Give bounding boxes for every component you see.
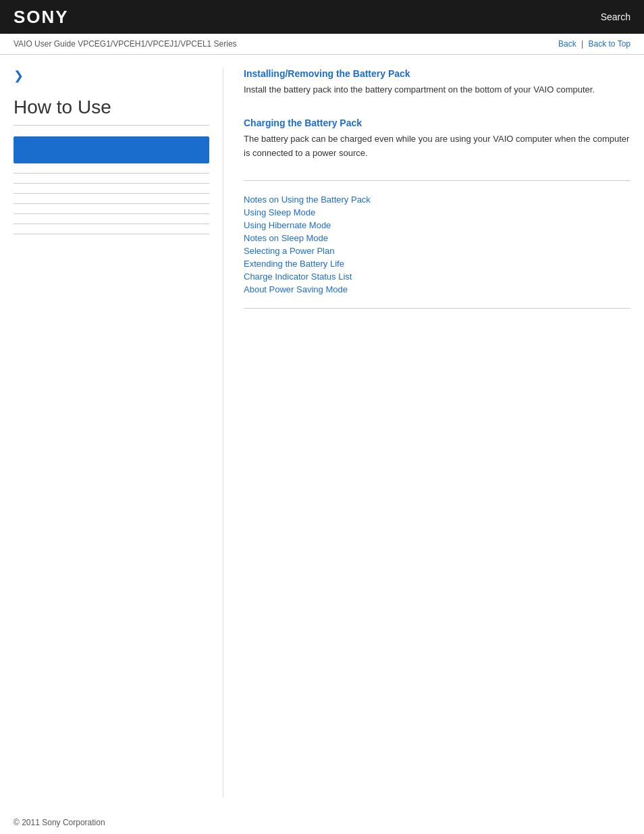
notes-battery-link[interactable]: Notes on Using the Battery Pack — [244, 194, 371, 205]
sleep-mode-link[interactable]: Using Sleep Mode — [244, 207, 315, 217]
installing-link[interactable]: Installing/Removing the Battery Pack — [244, 68, 630, 79]
nav-separator: | — [581, 39, 585, 49]
sidebar-divider-2 — [14, 183, 209, 184]
main-container: ❯ How to Use Installing/Removing the Bat… — [0, 55, 644, 798]
sidebar-divider-1 — [14, 173, 209, 174]
section-charging: Charging the Battery Pack The battery pa… — [244, 118, 630, 161]
links-list: Notes on Using the Battery Pack Using Sl… — [244, 194, 630, 294]
list-item: Extending the Battery Life — [244, 259, 630, 269]
charging-link[interactable]: Charging the Battery Pack — [244, 118, 630, 128]
section-installing: Installing/Removing the Battery Pack Ins… — [244, 68, 630, 97]
list-item: Charge Indicator Status List — [244, 271, 630, 282]
list-item: Notes on Using the Battery Pack — [244, 194, 630, 205]
power-plan-link[interactable]: Selecting a Power Plan — [244, 246, 334, 256]
sidebar-divider-5 — [14, 213, 209, 214]
charge-indicator-link[interactable]: Charge Indicator Status List — [244, 271, 352, 282]
list-item: Selecting a Power Plan — [244, 246, 630, 256]
chevron-icon: ❯ — [14, 68, 209, 83]
installing-description: Install the battery pack into the batter… — [244, 83, 630, 97]
content-divider — [244, 180, 630, 181]
back-link[interactable]: Back — [558, 39, 576, 49]
power-saving-link[interactable]: About Power Saving Mode — [244, 284, 348, 294]
sidebar-highlight — [14, 136, 209, 163]
charging-description: The battery pack can be charged even whi… — [244, 132, 630, 161]
nav-links: Back | Back to Top — [558, 39, 630, 49]
sidebar-divider-3 — [14, 193, 209, 194]
back-to-top-link[interactable]: Back to Top — [589, 39, 630, 49]
search-button[interactable]: Search — [601, 11, 630, 22]
sidebar-divider-4 — [14, 203, 209, 204]
bottom-divider — [244, 308, 630, 309]
list-item: Using Hibernate Mode — [244, 220, 630, 230]
sidebar: ❯ How to Use — [14, 68, 223, 798]
page-header: SONY Search — [0, 0, 644, 34]
hibernate-mode-link[interactable]: Using Hibernate Mode — [244, 220, 331, 230]
content-area: Installing/Removing the Battery Pack Ins… — [223, 68, 630, 798]
list-item: Using Sleep Mode — [244, 207, 630, 217]
sidebar-title: How to Use — [14, 97, 209, 126]
notes-sleep-link[interactable]: Notes on Sleep Mode — [244, 233, 328, 243]
sony-logo: SONY — [14, 7, 69, 28]
battery-life-link[interactable]: Extending the Battery Life — [244, 259, 344, 269]
sidebar-divider-7 — [14, 234, 209, 234]
footer: © 2011 Sony Corporation — [0, 798, 644, 834]
copyright: © 2011 Sony Corporation — [14, 818, 105, 827]
list-item: About Power Saving Mode — [244, 284, 630, 294]
sidebar-divider-6 — [14, 224, 209, 224]
breadcrumb: VAIO User Guide VPCEG1/VPCEH1/VPCEJ1/VPC… — [14, 39, 237, 49]
nav-bar: VAIO User Guide VPCEG1/VPCEH1/VPCEJ1/VPC… — [0, 34, 644, 55]
list-item: Notes on Sleep Mode — [244, 233, 630, 243]
